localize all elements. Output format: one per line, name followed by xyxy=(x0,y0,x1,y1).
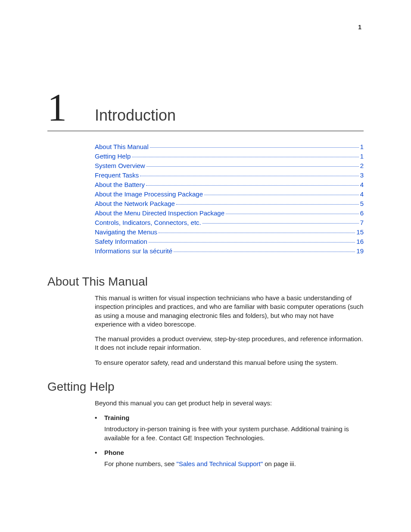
list-item-body: Introductory in-person training is free … xyxy=(104,425,364,442)
toc-entry[interactable]: Frequent Tasks 3 xyxy=(95,171,364,180)
toc-page: 4 xyxy=(360,180,364,189)
toc-page: 2 xyxy=(360,161,364,170)
toc-entry[interactable]: Getting Help 1 xyxy=(95,152,364,161)
toc-leader xyxy=(146,166,359,167)
section-heading-about-manual: About This Manual xyxy=(47,275,364,289)
toc-leader xyxy=(176,204,359,205)
toc-title: About the Network Package xyxy=(95,199,175,208)
toc-page: 16 xyxy=(356,237,364,246)
toc-entry[interactable]: System Overview 2 xyxy=(95,161,364,170)
text: on page iii. xyxy=(263,460,296,467)
toc-leader xyxy=(202,223,359,224)
toc-page: 6 xyxy=(360,208,364,218)
bullet-list: • Training Introductory in-person traini… xyxy=(95,414,364,468)
list-item: • Training xyxy=(95,414,364,422)
toc-page: 19 xyxy=(356,246,364,255)
table-of-contents: About This Manual 1 Getting Help 1 Syste… xyxy=(95,142,364,255)
section-body-getting-help: Beyond this manual you can get product h… xyxy=(95,399,364,408)
bullet-icon: • xyxy=(95,414,104,422)
toc-title: About This Manual xyxy=(95,142,149,151)
toc-leader xyxy=(132,157,358,157)
text: For phone numbers, see xyxy=(104,460,177,467)
list-item-body: For phone numbers, see "Sales and Techni… xyxy=(104,460,364,468)
toc-leader xyxy=(140,176,358,176)
toc-leader xyxy=(159,233,355,233)
page: 1 1 Introduction About This Manual 1 Get… xyxy=(0,0,411,505)
toc-leader xyxy=(146,185,359,186)
toc-title: About the Menu Directed Inspection Packa… xyxy=(95,208,224,218)
toc-entry[interactable]: Informations sur la sécurité 19 xyxy=(95,246,364,255)
section-heading-getting-help: Getting Help xyxy=(47,380,364,394)
chapter-header: 1 Introduction xyxy=(47,88,364,131)
list-item-label: Phone xyxy=(104,448,124,457)
toc-leader xyxy=(149,242,355,243)
list-item: • Phone xyxy=(95,448,364,457)
toc-title: System Overview xyxy=(95,161,145,170)
toc-title: Frequent Tasks xyxy=(95,171,139,180)
page-number: 1 xyxy=(358,24,361,31)
toc-leader xyxy=(204,195,359,195)
toc-entry[interactable]: About This Manual 1 xyxy=(95,142,364,151)
toc-title: Navigating the Menus xyxy=(95,227,157,236)
toc-entry[interactable]: About the Battery 4 xyxy=(95,180,364,189)
chapter-number: 1 xyxy=(47,88,95,127)
toc-title: Getting Help xyxy=(95,152,131,161)
toc-title: Controls, Indicators, Connectors, etc. xyxy=(95,218,201,227)
toc-leader xyxy=(174,252,355,252)
toc-title: About the Battery xyxy=(95,180,145,189)
list-item-label: Training xyxy=(104,414,129,422)
toc-page: 7 xyxy=(360,218,364,227)
toc-title: Informations sur la sécurité xyxy=(95,246,172,255)
paragraph: To ensure operator safety, read and unde… xyxy=(95,358,364,367)
toc-title: Safety Information xyxy=(95,237,147,246)
toc-page: 15 xyxy=(356,227,364,236)
paragraph: This manual is written for visual inspec… xyxy=(95,294,364,329)
toc-entry[interactable]: About the Image Processing Package 4 xyxy=(95,190,364,199)
toc-entry[interactable]: Controls, Indicators, Connectors, etc. 7 xyxy=(95,218,364,227)
toc-title: About the Image Processing Package xyxy=(95,190,203,199)
toc-entry[interactable]: Navigating the Menus 15 xyxy=(95,227,364,236)
toc-entry[interactable]: About the Menu Directed Inspection Packa… xyxy=(95,208,364,218)
toc-leader xyxy=(150,147,359,148)
toc-page: 1 xyxy=(360,142,364,151)
toc-page: 3 xyxy=(360,171,364,180)
toc-leader xyxy=(226,214,359,214)
paragraph: Beyond this manual you can get product h… xyxy=(95,399,364,408)
bullet-icon: • xyxy=(95,448,104,457)
toc-page: 5 xyxy=(360,199,364,208)
chapter-title: Introduction xyxy=(95,106,176,124)
section-body-about-manual: This manual is written for visual inspec… xyxy=(95,294,364,367)
cross-reference-link[interactable]: "Sales and Technical Support" xyxy=(177,460,263,467)
toc-entry[interactable]: Safety Information 16 xyxy=(95,237,364,246)
toc-entry[interactable]: About the Network Package 5 xyxy=(95,199,364,208)
toc-page: 4 xyxy=(360,190,364,199)
toc-page: 1 xyxy=(360,152,364,161)
paragraph: The manual provides a product overview, … xyxy=(95,335,364,352)
